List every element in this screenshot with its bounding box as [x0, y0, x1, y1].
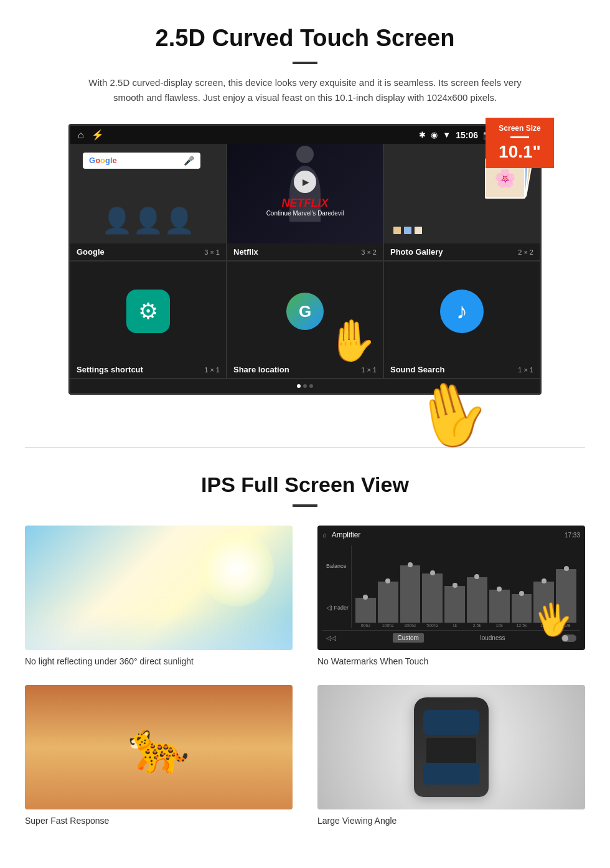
sound-search-app-cell[interactable]: ♪ Sound Search 1 × 1 [384, 262, 540, 378]
home-small-icon: ⌂ [322, 531, 327, 539]
sound-app-name: Sound Search [390, 365, 444, 374]
amp-fader-label: ◁) Fader [326, 605, 349, 611]
amp-balance-label: Balance [326, 563, 349, 569]
section-curved-screen: 2.5D Curved Touch Screen With 2.5D curve… [0, 0, 610, 410]
dot-1 [297, 384, 301, 388]
netflix-logo: NETFLIX [266, 197, 344, 210]
gallery-app-name: Photo Gallery [390, 247, 443, 257]
title-underline [293, 62, 317, 64]
section-2-underline [293, 504, 317, 507]
settings-app-name: Settings shortcut [77, 365, 143, 374]
car-image [317, 685, 585, 809]
gallery-grid-size: 2 × 2 [518, 248, 533, 256]
google-search-bar[interactable]: Google 🎤 [83, 153, 200, 169]
feature-amplifier: ⌂ Amplifier 17:33 Balance ◁) Fader [317, 526, 585, 666]
gallery-label: Photo Gallery 2 × 2 [384, 243, 540, 260]
cheetah-icon: 🐆 [128, 718, 190, 776]
google-app-cell[interactable]: Google 🎤 👤👤👤 Google 3 × 1 [70, 144, 226, 260]
settings-icon: ⚙ [126, 290, 170, 333]
settings-app-cell[interactable]: ⚙ Settings shortcut 1 × 1 [70, 262, 226, 378]
mic-icon[interactable]: 🎤 [184, 156, 194, 166]
amp-header: ⌂ Amplifier 17:33 [322, 531, 580, 539]
google-bg-icon: 👤👤👤 [101, 207, 195, 234]
amplifier-caption: No Watermarks When Touch [317, 656, 585, 666]
amp-time: 17:33 [565, 532, 580, 539]
sunlight-image [25, 526, 293, 650]
location-icon: ◉ [431, 130, 438, 139]
status-left: ⌂ ⚡ [78, 129, 104, 141]
section-ips-screen: IPS Full Screen View No light reflecting… [0, 473, 610, 851]
netflix-app-top: NETFLIX Continue Marvel's Daredevil [227, 144, 383, 243]
google-app-top: Google 🎤 👤👤👤 [70, 144, 226, 243]
usb-icon: ⚡ [92, 129, 104, 141]
status-bar: ⌂ ⚡ ✱ ◉ ▼ 15:06 📷 🔊 ⊠ ▭ [70, 126, 540, 144]
netflix-app-cell[interactable]: NETFLIX Continue Marvel's Daredevil Netf… [227, 144, 383, 260]
amp-title: Amplifier [332, 531, 361, 539]
car-windshield [423, 710, 479, 735]
sound-search-app-top: ♪ [384, 262, 540, 361]
netflix-app-name: Netflix [233, 247, 258, 257]
netflix-label: Netflix 3 × 2 [227, 243, 383, 260]
share-location-app-top: G 🤚 [227, 262, 383, 361]
google-logo: Google [89, 156, 117, 165]
car-caption: Large Viewing Angle [317, 816, 585, 826]
sound-grid-size: 1 × 1 [518, 366, 533, 374]
sound-icon-circle: ♪ [440, 290, 484, 333]
dot-indicator [70, 379, 540, 393]
google-label: Google 3 × 1 [70, 243, 226, 260]
netflix-grid-size: 3 × 2 [361, 248, 377, 256]
android-screen: ⌂ ⚡ ✱ ◉ ▼ 15:06 📷 🔊 ⊠ ▭ [68, 124, 542, 395]
app-grid: Google 🎤 👤👤👤 Google 3 × 1 [70, 144, 540, 393]
music-note-icon: ♪ [456, 298, 467, 324]
netflix-subtitle: Continue Marvel's Daredevil [266, 210, 344, 217]
car-top-view [414, 697, 489, 797]
section-2-title: IPS Full Screen View [25, 473, 585, 497]
dot-3 [309, 384, 313, 388]
google-app-name: Google [77, 247, 105, 257]
car-rear-window [423, 763, 479, 785]
google-grid-size: 3 × 1 [204, 248, 220, 256]
bluetooth-icon: ✱ [419, 130, 426, 139]
custom-button[interactable]: Custom [393, 633, 424, 643]
sound-label: Sound Search 1 × 1 [384, 361, 540, 378]
settings-grid-size: 1 × 1 [204, 366, 220, 374]
sunlight-caption: No light reflecting under 360° direct su… [25, 656, 293, 666]
amplifier-image: ⌂ Amplifier 17:33 Balance ◁) Fader [317, 526, 585, 650]
share-app-name: Share location [233, 365, 289, 374]
cheetah-caption: Super Fast Response [25, 816, 293, 826]
main-title: 2.5D Curved Touch Screen [37, 25, 573, 52]
loudness-label: loudness [480, 634, 505, 641]
feature-sunlight: No light reflecting under 360° direct su… [25, 526, 293, 666]
share-grid-size: 1 × 1 [361, 366, 377, 374]
hand-overlay: 🤚 [326, 317, 377, 364]
features-grid: No light reflecting under 360° direct su… [25, 526, 585, 826]
description-text: With 2.5D curved-display screen, this de… [87, 75, 523, 105]
share-location-app-cell[interactable]: G 🤚 Share location 1 × 1 [227, 262, 383, 378]
loudness-toggle[interactable] [561, 634, 576, 642]
section-divider [25, 447, 585, 448]
screen-size-badge: Screen Size 10.1" [486, 118, 554, 168]
feature-cheetah: 🐆 Super Fast Response [25, 685, 293, 826]
settings-app-top: ⚙ [70, 262, 226, 361]
badge-size: 10.1" [495, 142, 544, 162]
amp-back-icon: ◁◁ [326, 634, 336, 641]
netflix-content: NETFLIX Continue Marvel's Daredevil [266, 171, 344, 217]
badge-line [510, 136, 529, 138]
dot-2 [303, 384, 307, 388]
cheetah-image: 🐆 [25, 685, 293, 809]
sun-glow [199, 532, 274, 606]
signal-icon: ▼ [443, 130, 451, 139]
settings-label: Settings shortcut 1 × 1 [70, 361, 226, 378]
home-icon[interactable]: ⌂ [78, 130, 84, 141]
gear-icon: ⚙ [138, 298, 158, 324]
status-time: 15:06 [456, 130, 478, 140]
maps-icon: G [286, 293, 324, 330]
badge-label: Screen Size [495, 124, 544, 133]
feature-car: Large Viewing Angle [317, 685, 585, 826]
figure-head [296, 146, 314, 163]
netflix-play-button[interactable] [294, 171, 316, 193]
